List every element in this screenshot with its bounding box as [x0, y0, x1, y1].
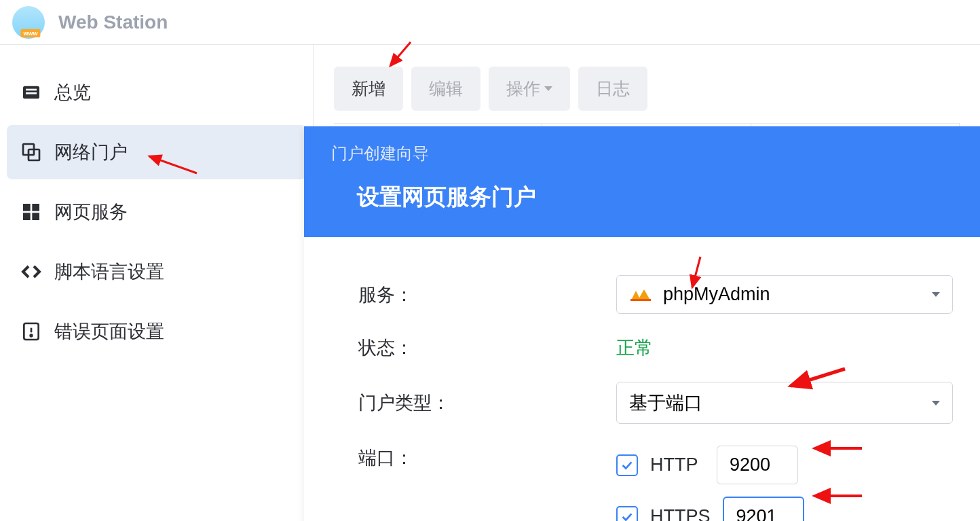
sidebar-item-portal[interactable]: 网络门户 — [7, 125, 306, 179]
sidebar-item-label: 错误页面设置 — [54, 319, 164, 344]
https-label: HTTPS — [650, 506, 711, 521]
svg-rect-2 — [26, 92, 37, 94]
svg-rect-6 — [32, 204, 39, 211]
form-row-type: 门户类型： 基于端口 — [358, 382, 953, 424]
webservice-icon — [20, 201, 42, 223]
caret-down-icon — [932, 292, 940, 297]
wizard-breadcrumb: 门户创建向导 — [331, 143, 953, 164]
svg-point-11 — [31, 335, 33, 337]
app-title: Web Station — [58, 12, 168, 33]
caret-down-icon — [544, 86, 552, 91]
sidebar-item-label: 脚本语言设置 — [54, 259, 164, 284]
port-https-row: HTTPS — [616, 497, 804, 521]
app-logo-icon — [12, 6, 45, 39]
http-port-input[interactable] — [717, 446, 798, 484]
sidebar-item-label: 总览 — [54, 80, 91, 105]
type-value: 基于端口 — [629, 391, 702, 415]
sidebar: 总览 网络门户 网页服务 脚本语言设置 错误页面设置 — [0, 45, 314, 521]
sidebar-item-errorpage[interactable]: 错误页面设置 — [7, 304, 306, 359]
app-header: Web Station — [0, 0, 980, 45]
type-label: 门户类型： — [358, 391, 616, 415]
https-checkbox[interactable] — [616, 506, 638, 522]
errorpage-icon — [20, 321, 42, 342]
http-checkbox[interactable] — [616, 454, 638, 476]
service-value: phpMyAdmin — [663, 284, 770, 305]
sidebar-item-script[interactable]: 脚本语言设置 — [7, 245, 306, 299]
status-label: 状态： — [358, 336, 616, 360]
type-select[interactable]: 基于端口 — [616, 382, 953, 424]
svg-marker-13 — [639, 289, 649, 299]
edit-button[interactable]: 编辑 — [411, 67, 480, 111]
add-button[interactable]: 新增 — [334, 67, 403, 111]
svg-rect-8 — [32, 213, 39, 220]
script-icon — [20, 261, 42, 283]
caret-down-icon — [932, 401, 940, 406]
port-http-row: HTTP — [616, 446, 804, 484]
sidebar-item-overview[interactable]: 总览 — [7, 65, 306, 120]
wizard-dialog: 门户创建向导 设置网页服务门户 服务： phpMyAdmin — [304, 126, 980, 521]
form-row-status: 状态： 正常 — [358, 336, 953, 360]
wizard-header: 门户创建向导 设置网页服务门户 — [304, 126, 980, 237]
svg-rect-1 — [26, 89, 37, 91]
content-area: 总览 网络门户 网页服务 脚本语言设置 错误页面设置 — [0, 45, 980, 521]
service-label: 服务： — [358, 283, 616, 307]
svg-rect-5 — [23, 204, 31, 211]
sidebar-item-webservice[interactable]: 网页服务 — [7, 185, 306, 239]
https-port-input[interactable] — [723, 497, 804, 521]
sidebar-item-label: 网页服务 — [54, 200, 128, 224]
phpmyadmin-icon — [629, 288, 656, 302]
wizard-body: 服务： phpMyAdmin 状态： 正常 — [304, 237, 980, 521]
service-select[interactable]: phpMyAdmin — [616, 275, 953, 314]
port-config: HTTP HTTPS — [616, 446, 804, 521]
svg-rect-7 — [23, 213, 31, 220]
main-panel: 新增 编辑 操作 日志 门户创建向导 设置网页服务门户 服务： — [314, 45, 980, 521]
svg-marker-12 — [632, 291, 640, 299]
sidebar-item-label: 网络门户 — [54, 140, 128, 164]
action-button-label: 操作 — [506, 77, 540, 100]
portal-icon — [20, 141, 42, 163]
port-label: 端口： — [358, 446, 616, 470]
overview-icon — [20, 82, 42, 103]
form-row-port: 端口： HTTP HTTP — [358, 446, 953, 521]
svg-rect-14 — [630, 299, 651, 301]
log-button[interactable]: 日志 — [578, 67, 647, 111]
http-label: HTTP — [650, 454, 704, 475]
form-row-service: 服务： phpMyAdmin — [358, 275, 953, 314]
wizard-title: 设置网页服务门户 — [331, 182, 953, 213]
status-value: 正常 — [616, 336, 653, 360]
action-button[interactable]: 操作 — [489, 67, 570, 111]
toolbar: 新增 编辑 操作 日志 — [334, 67, 960, 111]
